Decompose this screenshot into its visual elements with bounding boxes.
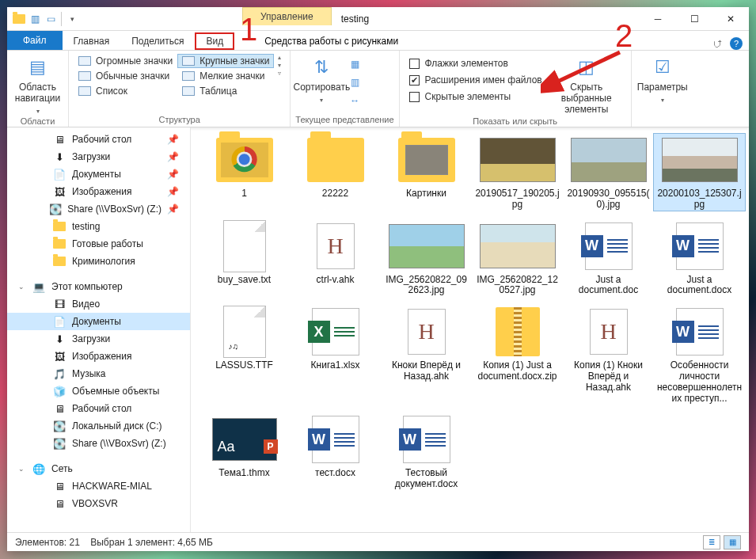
nav-item[interactable]: ⌄🌐Сеть [7, 460, 190, 477]
file-tile[interactable]: HКопия (1) Кноки Вперёд и Назад.ahk [563, 306, 654, 404]
close-button[interactable]: ✕ [712, 7, 749, 30]
nav-item[interactable]: 💽Локальный диск (C:) [7, 417, 190, 435]
tab-picture-tools[interactable]: Средства работы с рисунками [253, 32, 409, 50]
nav-item[interactable]: 🖼Изображения [7, 348, 190, 365]
layout-up-icon[interactable]: ▴ [278, 54, 281, 61]
nav-item[interactable]: ⬇Загрузки📌 [7, 148, 190, 165]
layout-down-icon[interactable]: ▾ [278, 62, 281, 69]
options-button[interactable]: ☑ Параметры ▾ [636, 52, 689, 104]
nav-label: Рабочий стол [72, 134, 131, 145]
pin-icon: 📌 [167, 169, 185, 180]
file-tile[interactable]: Картинки [381, 134, 472, 211]
nav-item[interactable]: Готовые работы [7, 235, 190, 253]
expand-icon[interactable]: ⌄ [18, 283, 26, 291]
word-icon: W [676, 222, 724, 270]
file-tile[interactable]: IMG_25620822_120527.jpg [472, 220, 563, 297]
file-name: Копия (1) Just a document.docx.zip [472, 360, 563, 382]
tab-home[interactable]: Главная [63, 32, 121, 50]
thumbnails-view-button[interactable]: ▦ [724, 535, 741, 549]
nav-label: Сеть [51, 463, 73, 474]
pic-icon: 🖼 [52, 350, 66, 363]
file-thumb: W [571, 220, 647, 272]
nav-item[interactable]: 🖥Рабочий стол [7, 400, 190, 417]
nav-item[interactable]: testing [7, 218, 190, 235]
file-thumb [389, 134, 465, 186]
check-item-checkboxes[interactable]: Флажки элементов [405, 55, 547, 71]
contextual-tab[interactable]: Управление [242, 7, 332, 25]
qat-dropdown-icon[interactable]: ▾ [65, 10, 79, 28]
details-view-button[interactable]: ≣ [703, 535, 720, 549]
file-list[interactable]: 122222Картинки20190517_190205.jpg2019093… [191, 127, 749, 532]
tab-share[interactable]: Поделиться [120, 32, 195, 50]
navigation-pane-button[interactable]: ▤ Область навигации ▾ [12, 52, 63, 115]
nav-item[interactable]: 📄Документы📌 [7, 165, 190, 183]
file-name: LASSUS.TTF [213, 360, 275, 371]
file-tile[interactable]: 20200103_125307.jpg [654, 134, 745, 211]
nav-item[interactable]: 🖼Изображения📌 [7, 183, 190, 200]
nav-item[interactable]: 🖥Рабочий стол📌 [7, 131, 190, 148]
nav-item[interactable]: ⬇Загрузки [7, 330, 190, 348]
layout-large[interactable]: Крупные значки [177, 54, 274, 68]
file-tile[interactable]: WJust a document.docx [654, 220, 745, 297]
layout-more-icon[interactable]: ▿ [278, 70, 281, 77]
layout-small[interactable]: Мелкие значки [177, 69, 274, 83]
file-tile[interactable]: HКноки Вперёд и Назад.ahk [381, 306, 472, 404]
tab-view[interactable]: Вид [195, 32, 234, 50]
nav-item[interactable]: 🧊Объемные объекты [7, 382, 190, 400]
file-tile[interactable]: 1 [199, 134, 290, 211]
ahk-icon: H [590, 309, 628, 355]
nav-item[interactable]: 🖥VBOXSVR [7, 495, 190, 512]
file-tile[interactable]: XКнига1.xlsx [290, 306, 381, 404]
expand-icon[interactable]: ⌄ [18, 465, 26, 473]
sort-button[interactable]: ⇅ Сортировать ▾ [295, 52, 348, 104]
hide-selected-button[interactable]: ◫ Скрыть выбранные элементы [547, 52, 626, 115]
nav-item[interactable]: ⌄💻Этот компьютер [7, 278, 190, 295]
layout-list[interactable]: Список [74, 84, 177, 98]
check-file-extensions[interactable]: ✔Расширения имен файлов [405, 72, 547, 88]
titlebar: ▥ ▭ ▾ Управление testing ─ ☐ ✕ [7, 7, 749, 31]
quick-access-toolbar: ▥ ▭ ▾ [7, 7, 84, 30]
file-tile[interactable]: 20190930_095515(0).jpg [563, 134, 654, 211]
file-tile[interactable]: ♪♫LASSUS.TTF [199, 306, 290, 404]
layout-normal[interactable]: Обычные значки [74, 69, 177, 83]
nav-item[interactable]: 💽Share (\\VBoxSvr) (Z:) [7, 435, 190, 452]
navigation-tree[interactable]: 🖥Рабочий стол📌⬇Загрузки📌📄Документы📌🖼Изоб… [7, 127, 191, 532]
minimize-ribbon-icon[interactable]: ⮍ [712, 38, 722, 49]
props-icon[interactable]: ▥ [28, 10, 42, 28]
layout-huge[interactable]: Огромные значки [74, 54, 177, 68]
nav-item[interactable]: 🖥HACKWARE-MIAL [7, 477, 190, 495]
group-by-icon[interactable]: ▦ [348, 55, 362, 73]
nav-label: Документы [72, 316, 121, 327]
file-tile[interactable]: WJust a document.doc [563, 220, 654, 297]
file-tile[interactable]: WТестовый документ.docx [381, 413, 472, 490]
file-thumb [207, 134, 283, 186]
layout-table[interactable]: Таблица [177, 84, 274, 98]
nav-item[interactable]: Криминология [7, 253, 190, 270]
folder-icon [52, 255, 66, 268]
nav-label: Музыка [72, 368, 105, 379]
maximize-button[interactable]: ☐ [676, 7, 712, 30]
file-tile[interactable]: AaPТема1.thmx [199, 413, 290, 490]
file-tile[interactable]: Копия (1) Just a document.docx.zip [472, 306, 563, 404]
nav-item[interactable]: 💽Share (\\VBoxSvr) (Z:)📌 [7, 200, 190, 218]
file-name: IMG_25620822_120527.jpg [472, 275, 563, 297]
file-tile[interactable]: 20190517_190205.jpg [472, 134, 563, 211]
nav-item[interactable]: 📄Документы [7, 313, 190, 330]
paste-icon[interactable]: ▭ [44, 10, 58, 28]
folder-icon[interactable] [12, 10, 26, 28]
pcnet-icon: 🖥 [52, 497, 66, 510]
add-column-icon[interactable]: ▥ [348, 74, 362, 91]
help-icon[interactable]: ? [730, 37, 743, 50]
check-hidden-items[interactable]: Скрытые элементы [405, 89, 547, 105]
file-tile[interactable]: buy_save.txt [199, 220, 290, 297]
file-tile[interactable]: WОсобенности личности несовершеннолетних… [654, 306, 745, 404]
nav-item[interactable]: 🎵Музыка [7, 365, 190, 382]
nav-item[interactable]: 🎞Видео [7, 295, 190, 313]
minimize-button[interactable]: ─ [640, 7, 676, 30]
file-tile[interactable]: 22222 [290, 134, 381, 211]
tab-file[interactable]: Файл [7, 31, 63, 50]
file-tile[interactable]: IMG_25620822_092623.jpg [381, 220, 472, 297]
size-columns-icon[interactable]: ↔ [348, 92, 362, 109]
file-tile[interactable]: Wтест.docx [290, 413, 381, 490]
file-tile[interactable]: Hctrl-v.ahk [290, 220, 381, 297]
